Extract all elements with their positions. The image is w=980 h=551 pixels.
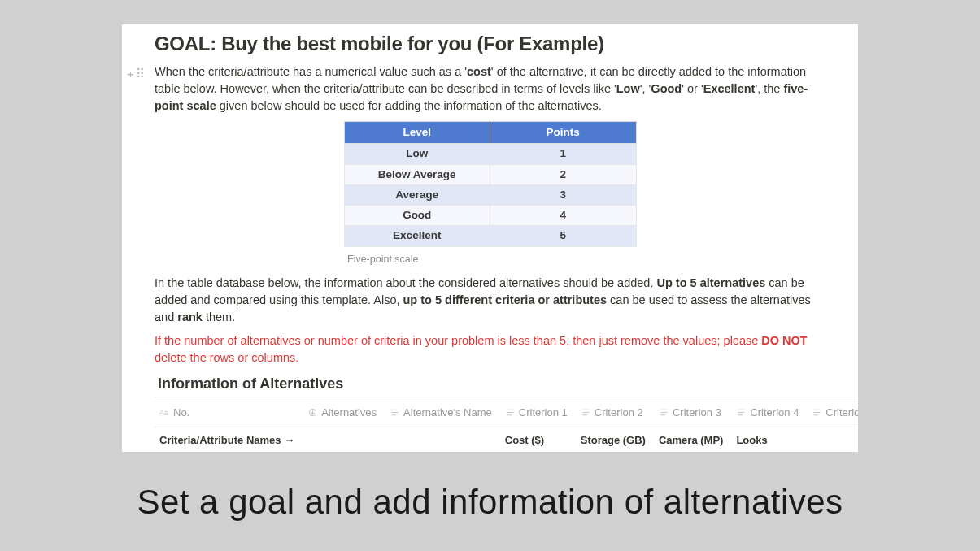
text: ', ' [640,82,651,95]
db-header-row: AaNo. Alternatives Alternative's Name Cr… [155,397,858,427]
text-bold: DO NOT [761,334,807,347]
text: When the criteria/attribute has a numeri… [155,65,467,78]
intro-paragraph[interactable]: + ⠿ When the criteria/attribute has a nu… [155,63,825,115]
block-handle[interactable]: + ⠿ [127,65,145,83]
text: given below should be used for adding th… [216,99,602,112]
notion-page: GOAL: Buy the best mobile for you (For E… [122,24,858,452]
text-prop-icon [581,407,591,418]
text-prop-icon [505,407,516,418]
criteria-name[interactable]: Looks [730,427,805,452]
page-title[interactable]: GOAL: Buy the best mobile for you (For E… [155,29,825,59]
slide-caption: Set a goal and add information of altern… [0,476,980,527]
scale-cell: Good [344,206,490,226]
scale-caption: Five-point scale [155,252,825,267]
text: If the number of alternatives or number … [155,334,761,347]
scale-cell: 3 [490,184,637,205]
col-header-name[interactable]: Alternative's Name [383,397,499,427]
col-header-no[interactable]: AaNo. [155,397,301,427]
scale-cell: Below Average [344,164,490,184]
text-bold: rank [177,310,203,323]
text-prop-icon [812,407,822,418]
text: ', the [755,82,783,95]
select-prop-icon [307,407,318,418]
text-prop-icon [736,407,747,418]
criteria-name[interactable]: Storage (GB) [574,427,652,452]
title-prop-icon: Aa [159,407,170,418]
text-bold: Excellent [703,82,756,95]
col-header-c4[interactable]: Criterion 4 [730,397,805,427]
text-bold: Up to 5 alternatives [657,276,766,289]
paragraph-2[interactable]: In the table database below, the informa… [155,275,825,326]
scale-header-points: Points [490,122,637,144]
scale-header-level: Level [344,122,490,144]
alternatives-database: AaNo. Alternatives Alternative's Name Cr… [155,397,858,452]
text-prop-icon [390,407,400,418]
five-point-scale-table: Level Points Low1 Below Average2 Average… [344,121,637,247]
text-bold: up to 5 different criteria or attributes [403,293,608,306]
scale-cell: 1 [490,144,637,164]
scale-cell: Low [344,144,490,164]
text: In the table database below, the informa… [155,276,657,289]
text: them. [203,310,235,323]
warning-paragraph[interactable]: If the number of alternatives or number … [155,332,825,367]
criteria-label[interactable]: Criteria/Attribute Names → [155,427,301,452]
criteria-name[interactable]: Cost ($) [499,427,574,452]
col-header-c3[interactable]: Criterion 3 [652,397,730,427]
col-header-c5[interactable]: Criterion 5 [805,397,858,427]
scale-cell: Average [344,184,490,205]
criteria-names-row[interactable]: Criteria/Attribute Names → Cost ($) Stor… [155,427,858,452]
text-bold: cost [467,65,491,78]
scale-cell: 4 [490,206,637,226]
text-prop-icon [659,407,669,418]
text: delete the rows or columns. [155,351,298,364]
col-header-c2[interactable]: Criterion 2 [574,397,652,427]
scale-cell: 2 [490,164,637,184]
col-header-alternatives[interactable]: Alternatives [301,397,383,427]
scale-table-wrap: Level Points Low1 Below Average2 Average… [344,121,637,247]
add-block-icon[interactable]: + [127,65,134,83]
criteria-name[interactable]: Camera (MP) [652,427,730,452]
text-bold: Good [651,82,682,95]
svg-text:Aa: Aa [159,408,168,416]
scale-cell: 5 [490,226,637,246]
criteria-name[interactable] [805,427,858,452]
database-title[interactable]: Information of Alternatives [155,373,825,395]
scale-cell: Excellent [344,226,490,246]
col-header-c1[interactable]: Criterion 1 [499,397,574,427]
text: ' or ' [682,82,703,95]
drag-handle-icon[interactable]: ⠿ [136,65,145,83]
text-bold: Low [616,82,640,95]
